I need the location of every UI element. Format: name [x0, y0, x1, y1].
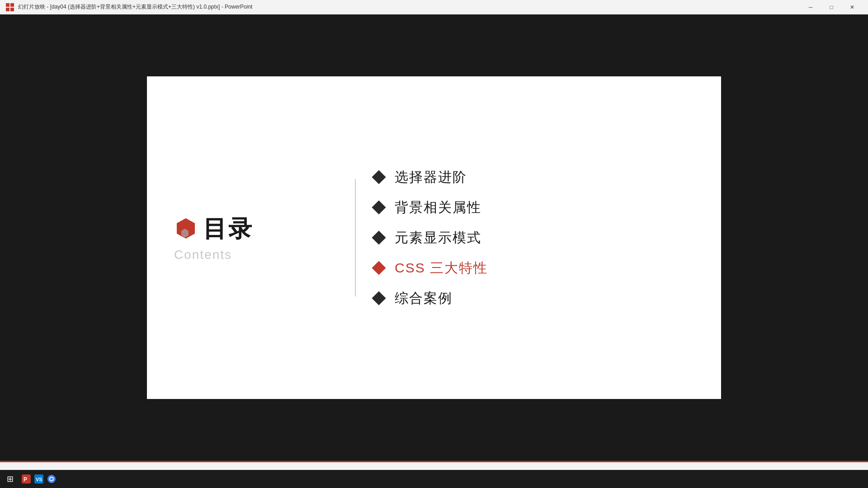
slide-left-section: 目录 Contents	[147, 213, 337, 262]
slide-right-section: 选择器进阶 背景相关属性 元素显示模式 CSS 三大特性 综合案例	[374, 164, 721, 311]
slide-sub-title: Contents	[174, 248, 232, 262]
menu-text-3: 元素显示模式	[395, 229, 481, 247]
menu-item-1: 选择器进阶	[374, 164, 694, 190]
windows-start-button[interactable]: ⊞	[4, 473, 16, 485]
menu-text-5: 综合案例	[395, 289, 453, 308]
minimize-button[interactable]: ─	[800, 0, 821, 14]
svg-rect-1	[10, 3, 14, 7]
svg-rect-2	[6, 8, 9, 11]
taskbar-powerpoint[interactable]: P	[20, 473, 33, 485]
app-icon	[5, 3, 14, 12]
close-button[interactable]: ✕	[842, 0, 863, 14]
windows-taskbar: ⊞ P VS	[0, 470, 868, 488]
svg-text:VS: VS	[36, 477, 42, 482]
svg-text:P: P	[24, 476, 27, 483]
svg-rect-3	[10, 8, 14, 11]
window-controls: ─ □ ✕	[800, 0, 863, 14]
window-title: 幻灯片放映 - [day04 (选择器进阶+背景相关属性+元素显示模式+三大特性…	[18, 3, 800, 11]
taskbar-vscode[interactable]: VS	[33, 473, 45, 485]
menu-item-4-accent: CSS 三大特性	[374, 255, 694, 281]
diamond-icon-2	[372, 200, 386, 214]
menu-item-2: 背景相关属性	[374, 195, 694, 221]
presentation-area: 目录 Contents 选择器进阶 背景相关属性 元素显示模式 CSS 三大特	[29, 14, 839, 461]
logo-title-row: 目录	[174, 213, 254, 245]
menu-item-5: 综合案例	[374, 286, 694, 311]
right-sidebar	[839, 14, 868, 461]
section-divider	[355, 179, 356, 296]
diamond-icon-5	[372, 291, 386, 305]
menu-text-4: CSS 三大特性	[395, 259, 488, 277]
taskbar-chrome[interactable]	[45, 473, 58, 485]
menu-text-2: 背景相关属性	[395, 198, 481, 217]
slide-main-title: 目录	[203, 213, 254, 245]
diamond-icon-3	[372, 230, 386, 244]
svg-point-24	[50, 478, 53, 480]
slide: 目录 Contents 选择器进阶 背景相关属性 元素显示模式 CSS 三大特	[147, 76, 721, 399]
diamond-icon-1	[372, 170, 386, 184]
maximize-button[interactable]: □	[821, 0, 842, 14]
title-bar: 幻灯片放映 - [day04 (选择器进阶+背景相关属性+元素显示模式+三大特性…	[0, 0, 868, 14]
diamond-icon-4	[372, 261, 386, 275]
menu-item-3: 元素显示模式	[374, 225, 694, 251]
left-sidebar	[0, 14, 29, 461]
svg-rect-0	[6, 3, 9, 7]
menu-text-1: 选择器进阶	[395, 168, 467, 187]
hexagon-logo	[174, 217, 198, 241]
